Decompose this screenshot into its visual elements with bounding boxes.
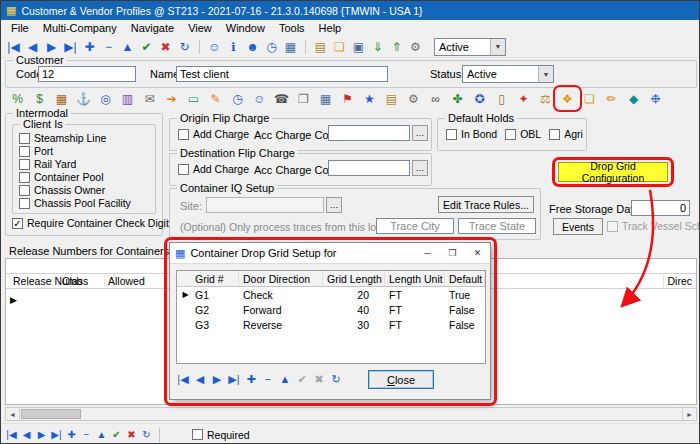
checkbox-steamship-line[interactable]: Steamship Line: [19, 132, 131, 144]
horizontal-scrollbar[interactable]: ◄ ►: [5, 407, 697, 421]
status-filter-dropdown[interactable]: Active ▼: [434, 38, 506, 56]
menu-navigate[interactable]: Navigate: [124, 22, 181, 34]
checkbox-add-charge[interactable]: Add Charge: [178, 163, 249, 175]
origin-acc-charge-input[interactable]: [328, 125, 410, 141]
network-icon[interactable]: ❉: [647, 91, 664, 108]
checkbox-box[interactable]: [192, 429, 203, 440]
destination-acc-charge-input[interactable]: [328, 160, 410, 176]
first-record-icon[interactable]: |◀: [176, 371, 190, 388]
checkbox-in-bond[interactable]: In Bond: [446, 128, 497, 140]
maximize-button[interactable]: ❐: [440, 243, 465, 263]
checkbox-box[interactable]: [19, 159, 30, 170]
next-record-icon[interactable]: ▶: [35, 426, 48, 443]
chevron-down-icon[interactable]: ▼: [490, 39, 505, 55]
clipboard-icon[interactable]: ▤: [312, 38, 329, 55]
insert-record-icon[interactable]: ✚: [81, 38, 98, 55]
anchor-icon[interactable]: ⚓: [75, 91, 92, 108]
next-record-icon[interactable]: ▶: [210, 371, 224, 388]
checkbox-box[interactable]: [19, 133, 30, 144]
boxes-icon[interactable]: ▦: [53, 91, 70, 108]
checkbox-box[interactable]: [19, 185, 30, 196]
column-header-grid[interactable]: Grid #: [191, 271, 239, 286]
name-input[interactable]: [176, 66, 388, 82]
checkbox-box[interactable]: [19, 146, 30, 157]
checkbox-box[interactable]: [549, 129, 560, 140]
percent-icon[interactable]: %: [9, 91, 26, 108]
pin-icon[interactable]: ✦: [515, 91, 532, 108]
lookup-button[interactable]: …: [412, 125, 428, 141]
folder-icon[interactable]: ❏: [331, 38, 348, 55]
link-icon[interactable]: ∞: [427, 91, 444, 108]
checkbox-box[interactable]: ✓: [12, 218, 23, 229]
column-header-class[interactable]: Class: [59, 275, 105, 287]
scroll-right-icon[interactable]: ►: [682, 408, 696, 420]
post-edit-icon[interactable]: ✔: [295, 371, 309, 388]
gear-icon[interactable]: ⚙: [405, 91, 422, 108]
checkbox-chassis-owner[interactable]: Chassis Owner: [19, 184, 131, 196]
checkbox-add-charge[interactable]: Add Charge: [178, 128, 249, 140]
scales-icon[interactable]: ⚖: [537, 91, 554, 108]
checkbox-box[interactable]: [178, 129, 189, 140]
gear-icon[interactable]: ⚙: [407, 38, 424, 55]
checkbox-box[interactable]: [19, 172, 30, 183]
cancel-edit-icon[interactable]: ✖: [312, 371, 326, 388]
flag-icon[interactable]: ⚑: [339, 91, 356, 108]
menu-multi-company[interactable]: Multi-Company: [36, 22, 124, 34]
menu-tools[interactable]: Tools: [272, 22, 312, 34]
edit-record-icon[interactable]: ▲: [278, 371, 292, 388]
prior-record-icon[interactable]: ◀: [193, 371, 207, 388]
phone-icon[interactable]: ☎: [273, 91, 290, 108]
grid-row[interactable]: ▶G1Check20FTTrue: [177, 287, 485, 302]
download-icon[interactable]: ⇓: [369, 38, 386, 55]
note-icon[interactable]: ✎: [207, 91, 224, 108]
free-storage-days-input[interactable]: [631, 200, 690, 216]
search-icon[interactable]: ◎: [97, 91, 114, 108]
dispatch-arrow-icon[interactable]: ➔: [163, 91, 180, 108]
dialog-title-bar[interactable]: ▦ Container Drop Grid Setup for ─❐✕: [170, 243, 490, 264]
delete-record-icon[interactable]: −: [80, 426, 93, 443]
star-icon[interactable]: ★: [361, 91, 378, 108]
edit-record-icon[interactable]: ▲: [119, 38, 136, 55]
diamond-icon[interactable]: ◆: [625, 91, 642, 108]
checkbox-box[interactable]: [19, 198, 30, 209]
delete-record-icon[interactable]: −: [100, 38, 117, 55]
trace-state-input[interactable]: [458, 218, 536, 234]
column-header-length-unit[interactable]: Length Unit: [385, 271, 445, 286]
title-bar[interactable]: ▦ Customer & Vendor Profiles @ ST213 - 2…: [1, 1, 699, 20]
checkbox-container-pool[interactable]: Container Pool: [19, 171, 131, 183]
folder-icon[interactable]: ❏: [581, 91, 598, 108]
status-dropdown[interactable]: Active ▼: [462, 65, 554, 83]
refresh-icon[interactable]: ↻: [329, 371, 343, 388]
events-button[interactable]: Events: [553, 218, 603, 235]
post-edit-icon[interactable]: ✔: [138, 38, 155, 55]
column-header-grid-length[interactable]: Grid Length: [323, 271, 385, 286]
close-button[interactable]: Close: [368, 370, 434, 389]
pencil-icon[interactable]: ✏: [603, 91, 620, 108]
clock-icon[interactable]: ◷: [229, 91, 246, 108]
first-record-icon[interactable]: |◀: [5, 38, 22, 55]
chart-icon[interactable]: ▥: [119, 91, 136, 108]
grid-icon[interactable]: ▦: [317, 91, 334, 108]
edit-trace-rules-button[interactable]: Edit Trace Rules...: [438, 196, 534, 213]
people-icon[interactable]: ☻: [244, 38, 261, 55]
contact-icon[interactable]: ☺: [206, 38, 223, 55]
drop-grid-configuration-button[interactable]: Drop Grid Configuration: [558, 162, 668, 182]
insert-record-icon[interactable]: ✚: [244, 371, 258, 388]
checkbox-obl[interactable]: OBL: [505, 128, 541, 140]
checkbox-box[interactable]: [178, 164, 189, 175]
menu-view[interactable]: View: [181, 22, 219, 34]
column-header-allowed[interactable]: Allowed: [105, 275, 167, 287]
chevron-down-icon[interactable]: ▼: [538, 66, 553, 82]
globe-icon[interactable]: ✪: [471, 91, 488, 108]
checkbox-require-container-check-digit[interactable]: ✓Require Container Check Digit: [12, 217, 169, 229]
checkbox-agri[interactable]: Agri: [549, 128, 583, 140]
checkbox-chassis-pool-facility[interactable]: Chassis Pool Facility: [19, 197, 131, 209]
edit-record-icon[interactable]: ▲: [95, 426, 108, 443]
checkbox-rail-yard[interactable]: Rail Yard: [19, 158, 131, 170]
copy-icon[interactable]: ❐: [295, 91, 312, 108]
info-icon[interactable]: ℹ: [225, 38, 242, 55]
lookup-button[interactable]: …: [412, 160, 428, 176]
menu-window[interactable]: Window: [219, 22, 272, 34]
save-icon[interactable]: ▣: [350, 38, 367, 55]
plant-icon[interactable]: ✤: [449, 91, 466, 108]
